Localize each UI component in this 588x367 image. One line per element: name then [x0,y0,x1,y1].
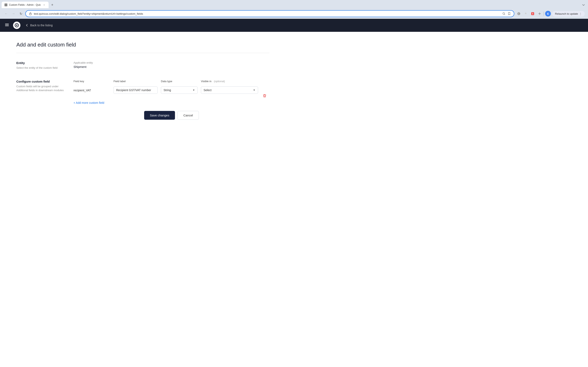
visible-in-value: Select [204,89,212,92]
data-type-select-wrapper: String ▼ [161,86,198,94]
field-label-header: Field label [113,80,158,83]
visible-in-col: Visible in (optional) [201,80,258,85]
visible-in-chevron: ▼ [253,89,255,92]
back-nav-button[interactable]: ← [3,11,9,17]
tab-bar: Custom Fields - Admin - Quic × + [2,2,586,8]
row-actions-cell [261,86,269,100]
delete-row-button[interactable] [261,92,268,100]
field-key-cell: recipient_VAT [73,86,110,95]
add-more-custom-field-link[interactable]: + Add more custom field [73,101,104,104]
new-tab-button[interactable]: + [49,2,55,8]
svg-text:S: S [532,13,534,15]
ext-icon-3[interactable]: S [530,11,536,17]
save-changes-button[interactable]: Save changes [144,111,175,120]
top-nav: Back to the listing [0,19,588,32]
field-label-input[interactable] [113,86,158,94]
field-key-col: Field key [73,80,110,85]
entity-section-right: Applicable entity Shipment [73,61,269,70]
cancel-label: Cancel [183,114,193,117]
entity-section-left: Entity Select the entity of the custom f… [16,61,65,70]
bookmark-icon[interactable] [507,12,511,16]
form-actions: Save changes Cancel [73,111,269,120]
ext-icon-4[interactable] [537,11,543,17]
ext-icon-2[interactable] [523,11,528,17]
data-type-cell: String ▼ [161,86,198,94]
svg-text:C: C [518,13,520,15]
page-title: Add and edit custom field [16,42,269,48]
browser-chrome: Custom Fields - Admin - Quic × + ← → ↻ t… [0,0,588,19]
add-more-label: + Add more custom field [73,101,104,104]
configure-section-title: Configure custom field [16,80,65,83]
tab-expand-button[interactable] [581,2,586,8]
kebab-icon: ⋮ [579,12,582,15]
entity-section-title: Entity [16,61,65,65]
field-column-headers: Field key Field label Data type Visible … [73,80,269,85]
trash-icon [263,94,267,98]
search-icon[interactable] [502,12,506,16]
page-content: Add and edit custom field Entity Select … [0,32,286,139]
entity-section-desc: Select the entity of the custom field [16,66,65,70]
back-link[interactable]: Back to the listing [25,24,53,27]
url-text: test.quincus.com/edit-dialog/custom_fiel… [34,12,501,15]
data-type-header: Data type [161,80,198,83]
optional-label: (optional) [214,80,225,83]
configure-section: Configure custom field Custom fields wil… [16,80,269,120]
field-key-header: Field key [73,80,110,83]
configure-section-right: Field key Field label Data type Visible … [73,80,269,120]
field-label-col: Field label [113,80,158,85]
svg-rect-0 [29,13,31,15]
logo-ring [15,23,19,27]
tab-close-button[interactable]: × [43,3,46,7]
cancel-button[interactable]: Cancel [177,111,199,120]
field-key-value: recipient_VAT [73,86,110,95]
applicable-entity-label: Applicable entity [73,61,269,64]
configure-section-left: Configure custom field Custom fields wil… [16,80,65,120]
entity-value: Shipment [73,65,269,68]
data-type-value: String [164,89,171,92]
visible-in-select-wrapper: Select ▼ [201,86,258,94]
extension-icons: C S E Relaunch to update ⋮ [516,11,585,17]
ext-icon-1[interactable]: C [516,11,522,17]
configure-section-desc: Custom fields will be grouped under Addi… [16,84,65,92]
app-logo [13,22,20,29]
relaunch-label: Relaunch to update [555,12,578,15]
visible-in-cell: Select ▼ [201,86,258,94]
tab-title: Custom Fields - Admin - Quic [9,3,41,6]
address-bar-icons [502,12,511,16]
hamburger-menu[interactable] [4,22,10,29]
visible-in-select[interactable]: Select ▼ [201,86,258,94]
entity-section: Entity Select the entity of the custom f… [16,61,269,70]
app-wrapper: Back to the listing Add and edit custom … [0,19,588,367]
address-bar-row: ← → ↻ test.quincus.com/edit-dialog/custo… [2,9,586,19]
data-type-select[interactable]: String ▼ [161,86,198,94]
back-arrow-icon [25,24,29,27]
active-tab[interactable]: Custom Fields - Admin - Quic × [2,2,49,8]
data-type-chevron: ▼ [192,89,195,92]
field-label-cell [113,86,158,94]
reload-button[interactable]: ↻ [18,11,24,17]
back-link-label: Back to the listing [30,24,53,27]
field-row: recipient_VAT String ▼ [73,86,269,100]
visible-in-header: Visible in (optional) [201,80,258,83]
tab-favicon [4,3,7,6]
logo-dot [16,25,17,26]
relaunch-button[interactable]: Relaunch to update ⋮ [552,11,585,17]
address-bar[interactable]: test.quincus.com/edit-dialog/custom_fiel… [25,10,514,17]
user-avatar[interactable]: E [545,11,551,17]
save-label: Save changes [150,114,169,117]
data-type-col: Data type [161,80,198,85]
forward-nav-button[interactable]: → [11,11,16,17]
lock-icon [29,12,32,16]
